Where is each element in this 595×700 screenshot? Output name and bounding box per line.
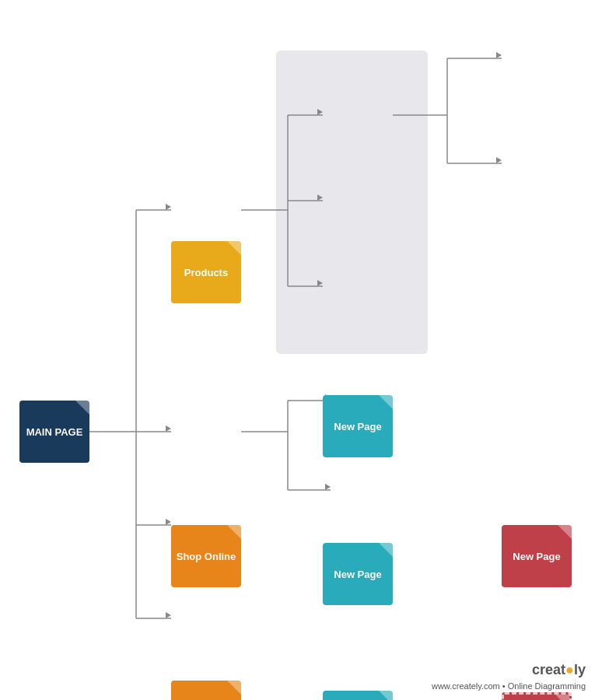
group-box (276, 51, 428, 354)
products-label: Products (184, 267, 228, 278)
new-page-2-node[interactable]: New Page (323, 543, 393, 605)
shop-online-node[interactable]: Shop Online (171, 525, 241, 587)
svg-marker-30 (166, 612, 171, 618)
future-page-top-2-node[interactable]: Future Page (502, 692, 572, 700)
future-page-top-1-node[interactable]: New Page (502, 525, 572, 587)
svg-marker-27 (166, 204, 171, 210)
main-page-label: MAIN PAGE (26, 426, 83, 438)
svg-marker-29 (166, 519, 171, 525)
products-node[interactable]: Products (171, 241, 241, 303)
watermark: creat●ly www.creately.com • Online Diagr… (432, 660, 586, 692)
svg-marker-26 (325, 484, 331, 490)
future-page-top-1-label: New Page (513, 551, 560, 562)
svg-marker-19 (496, 52, 502, 58)
blog-node[interactable]: Blog (171, 681, 241, 700)
canvas: MAIN PAGE Products Shop Online Blog Abou… (0, 0, 595, 700)
new-page-3-node[interactable]: New Page (323, 691, 393, 700)
brand-sub: www.creately.com • Online Diagramming (432, 681, 586, 692)
shop-online-label: Shop Online (177, 551, 236, 562)
svg-marker-20 (496, 157, 502, 163)
main-page-node[interactable]: MAIN PAGE (19, 401, 89, 463)
new-page-1-node[interactable]: New Page (323, 395, 393, 457)
new-page-2-label: New Page (334, 569, 381, 580)
new-page-1-label: New Page (334, 421, 381, 432)
brand-name: creat●ly (432, 660, 586, 680)
brand-dot: ● (565, 662, 574, 677)
svg-marker-28 (166, 425, 171, 432)
